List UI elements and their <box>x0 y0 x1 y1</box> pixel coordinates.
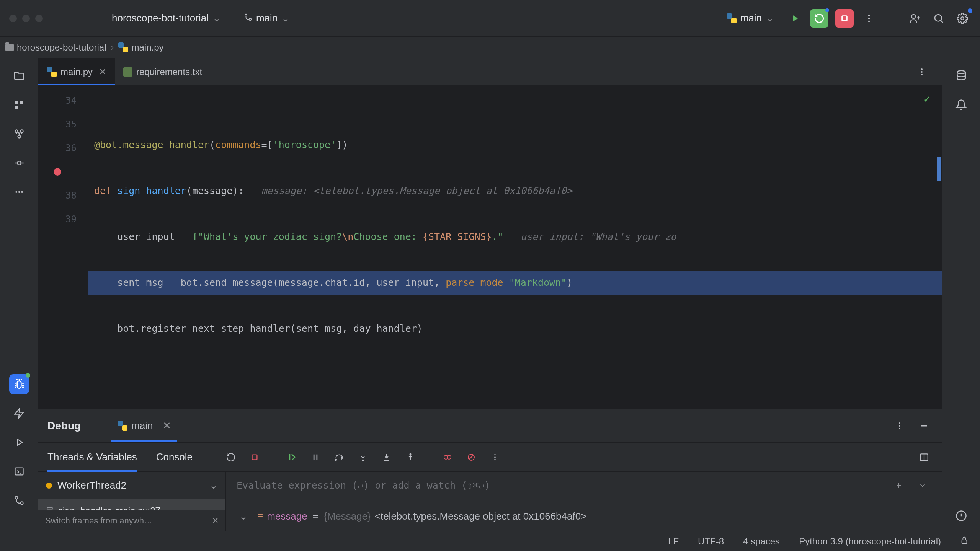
svg-point-24 <box>921 68 923 70</box>
commit-tool[interactable] <box>9 153 29 173</box>
more-tools[interactable] <box>9 182 29 202</box>
editor-tab-mainpy[interactable]: main.py ✕ <box>38 58 115 85</box>
branch-menu[interactable]: main ⌄ <box>244 12 290 24</box>
step-out-button[interactable] <box>403 450 418 465</box>
resume-button[interactable] <box>284 450 299 465</box>
line-ending[interactable]: LF <box>668 536 679 547</box>
svg-point-53 <box>957 71 965 74</box>
run-config-name: main <box>740 12 762 24</box>
console-tab[interactable]: Console <box>156 443 193 471</box>
debug-tool[interactable] <box>9 374 29 394</box>
svg-point-5 <box>868 20 870 22</box>
code-with-me-button[interactable] <box>906 10 923 27</box>
svg-point-18 <box>21 191 23 193</box>
thread-selector[interactable]: WorkerThread2 ⌄ <box>38 472 225 499</box>
debug-session-tab[interactable]: main ✕ <box>111 409 177 442</box>
evaluate-expression-input[interactable]: Evaluate expression (↵) or add a watch (… <box>226 472 942 499</box>
debug-more-menu[interactable] <box>891 417 908 434</box>
chevron-down-icon[interactable]: ⌄ <box>239 510 248 522</box>
minimap-position[interactable] <box>937 157 941 181</box>
breadcrumb-file[interactable]: main.py <box>118 42 163 53</box>
lock-icon[interactable] <box>960 536 969 547</box>
vcs-tool[interactable] <box>9 124 29 144</box>
gutter-line[interactable]: 38 <box>38 184 77 207</box>
layout-button[interactable] <box>916 449 933 466</box>
frames-column: WorkerThread2 ⌄ sign_handler, main.py:37… <box>38 472 226 531</box>
debug-subtabs: Threads & Variables Console <box>38 443 942 472</box>
pause-button[interactable] <box>308 450 323 465</box>
stack-frame[interactable]: sign_handler, main.py:37 <box>38 499 225 510</box>
step-over-button[interactable] <box>332 450 347 465</box>
settings-button[interactable] <box>954 10 971 27</box>
svg-point-27 <box>899 422 900 424</box>
svg-marker-20 <box>15 409 23 418</box>
stop-button[interactable] <box>835 9 854 28</box>
variable-row[interactable]: ⌄ ≡ message = {Message} <telebot.types.M… <box>234 505 934 528</box>
gutter-line[interactable]: 35 <box>38 112 77 136</box>
python-interpreter[interactable]: Python 3.9 (horoscope-bot-tutorial) <box>799 536 941 547</box>
run-config-selector[interactable]: main ⌄ <box>721 10 779 26</box>
more-menu[interactable] <box>861 10 877 27</box>
gutter-line[interactable]: 36 <box>38 136 77 160</box>
variables-tree[interactable]: ⌄ ≡ message = {Message} <telebot.types.M… <box>226 499 942 531</box>
indent-setting[interactable]: 4 spaces <box>743 536 780 547</box>
svg-point-23 <box>20 502 23 505</box>
breadcrumb-root[interactable]: horoscope-bot-tutorial <box>5 42 106 53</box>
notifications-tool[interactable] <box>951 95 971 115</box>
problems-tool[interactable] <box>951 506 971 526</box>
chevron-down-icon: ⌄ <box>281 12 290 24</box>
file-encoding[interactable]: UTF-8 <box>698 536 724 547</box>
debug-restart-button[interactable] <box>810 9 828 28</box>
gutter-line[interactable]: 34 <box>38 89 77 112</box>
project-menu[interactable]: horoscope-bot-tutorial ⌄ <box>112 12 221 24</box>
close-icon[interactable]: ✕ <box>212 516 219 526</box>
debug-content: WorkerThread2 ⌄ sign_handler, main.py:37… <box>38 472 942 531</box>
run-tool[interactable] <box>9 432 29 452</box>
stop-debug-button[interactable] <box>247 450 262 465</box>
editor-body[interactable]: 34 35 36 38 39 ✓ @bot.message_handler(co… <box>38 86 942 409</box>
debug-toolbar-more[interactable] <box>487 450 503 465</box>
add-watch-button[interactable] <box>890 477 907 494</box>
step-into-my-code-button[interactable] <box>379 450 394 465</box>
svg-rect-31 <box>314 454 315 460</box>
editor-tab-requirements[interactable]: requirements.txt <box>115 58 211 85</box>
gutter-line[interactable] <box>38 160 77 184</box>
git-tool[interactable] <box>9 491 29 510</box>
expand-button[interactable] <box>914 477 931 494</box>
editor-more-menu[interactable] <box>913 64 930 80</box>
breakpoint-icon[interactable] <box>54 168 61 176</box>
svg-rect-43 <box>47 508 52 509</box>
svg-point-3 <box>868 15 870 16</box>
threads-variables-tab[interactable]: Threads & Variables <box>47 443 137 471</box>
terminal-tool[interactable] <box>9 461 29 481</box>
search-button[interactable] <box>930 10 947 27</box>
rerun-button[interactable] <box>223 450 238 465</box>
close-icon[interactable]: ✕ <box>99 67 106 77</box>
code-area[interactable]: ✓ @bot.message_handler(commands=['horosc… <box>88 86 942 409</box>
debug-toolbar <box>223 450 503 465</box>
python-icon <box>118 42 128 52</box>
run-button[interactable] <box>786 10 803 27</box>
gutter-line[interactable]: 39 <box>38 207 77 231</box>
step-into-button[interactable] <box>355 450 371 465</box>
svg-rect-32 <box>316 454 318 460</box>
close-window[interactable] <box>9 15 17 22</box>
project-name: horoscope-bot-tutorial <box>112 12 209 24</box>
structure-tool[interactable] <box>9 95 29 115</box>
maximize-window[interactable] <box>35 15 43 22</box>
inspection-ok-icon[interactable]: ✓ <box>924 93 930 105</box>
mute-breakpoints-button[interactable] <box>464 450 479 465</box>
svg-rect-9 <box>15 101 18 104</box>
list-icon: ≡ <box>257 510 263 522</box>
svg-point-28 <box>899 425 900 427</box>
variable-row[interactable]: 01animation = {NoneType} None <box>234 528 934 531</box>
minimize-panel-button[interactable] <box>916 417 933 434</box>
project-tool[interactable] <box>9 66 29 86</box>
minimize-window[interactable] <box>22 15 30 22</box>
view-breakpoints-button[interactable] <box>440 450 455 465</box>
database-tool[interactable] <box>951 66 971 86</box>
breadcrumb-bar: horoscope-bot-tutorial › main.py <box>0 37 980 58</box>
gutter[interactable]: 34 35 36 38 39 <box>38 86 88 409</box>
close-icon[interactable]: ✕ <box>163 420 171 432</box>
services-tool[interactable] <box>9 403 29 423</box>
